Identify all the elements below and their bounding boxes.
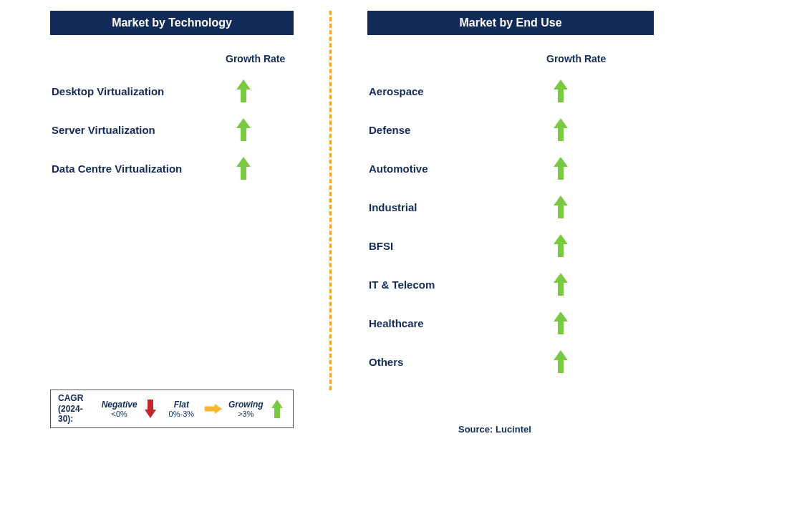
row-label: Others [367, 356, 532, 368]
arrow-up-icon [532, 271, 589, 297]
arrow-up-icon [532, 310, 589, 336]
arrow-up-icon [532, 117, 589, 142]
technology-header: Market by Technology [50, 11, 294, 35]
legend-growing-sub: >3% [238, 410, 253, 418]
legend-cagr-line1: CAGR [58, 393, 83, 403]
arrow-down-icon [142, 398, 160, 420]
row-label: Defense [367, 124, 532, 136]
legend-negative-segment: Negative <0% [102, 400, 137, 418]
table-row: Others [367, 342, 654, 381]
legend-cagr-line2: (2024-30): [58, 404, 83, 424]
source-label: Source: Lucintel [458, 424, 531, 435]
row-label: Data Centre Virtualization [50, 163, 215, 175]
row-label: Healthcare [367, 317, 532, 329]
arrow-up-icon [268, 398, 286, 420]
table-row: BFSI [367, 226, 654, 265]
legend-growing-title: Growing [228, 400, 264, 410]
legend-flat-sub: 0%-3% [169, 410, 194, 418]
arrow-up-icon [215, 155, 272, 181]
legend-flat-title: Flat [174, 400, 189, 410]
row-label: BFSI [367, 240, 532, 252]
chart-container: Market by Technology Growth Rate Desktop… [50, 11, 742, 390]
column-divider [329, 11, 332, 390]
arrow-up-icon [532, 194, 589, 220]
arrow-up-icon [532, 155, 589, 181]
arrow-up-icon [532, 349, 589, 374]
enduse-header: Market by End Use [367, 11, 654, 35]
row-label: Industrial [367, 201, 532, 213]
legend-growing-segment: Growing >3% [228, 400, 264, 418]
legend-negative-title: Negative [102, 400, 137, 410]
technology-column: Market by Technology Growth Rate Desktop… [50, 11, 294, 390]
arrow-right-icon [203, 402, 223, 416]
legend-flat-segment: Flat 0%-3% [163, 400, 199, 418]
arrow-up-icon [215, 78, 272, 104]
arrow-up-icon [532, 233, 589, 258]
table-row: Healthcare [367, 304, 654, 342]
legend-cagr-label: CAGR (2024-30): [58, 393, 97, 424]
arrow-up-icon [532, 78, 589, 104]
growth-rate-header-left: Growth Rate [226, 53, 294, 64]
enduse-column: Market by End Use Growth Rate Aerospace … [367, 11, 654, 390]
table-row: Desktop Virtualization [50, 72, 294, 110]
table-row: Industrial [367, 188, 654, 226]
row-label: Desktop Virtualization [50, 85, 215, 97]
enduse-rows: Aerospace Defense Automotive Industrial [367, 72, 654, 381]
table-row: Aerospace [367, 72, 654, 110]
row-label: Automotive [367, 163, 532, 175]
row-label: IT & Telecom [367, 279, 532, 291]
technology-rows: Desktop Virtualization Server Virtualiza… [50, 72, 294, 188]
arrow-up-icon [215, 117, 272, 142]
legend-box: CAGR (2024-30): Negative <0% Flat 0%-3% … [50, 390, 294, 428]
table-row: Defense [367, 110, 654, 149]
legend-negative-sub: <0% [111, 410, 127, 418]
growth-rate-header-right: Growth Rate [546, 53, 654, 64]
row-label: Aerospace [367, 85, 532, 97]
table-row: Data Centre Virtualization [50, 149, 294, 188]
row-label: Server Virtualization [50, 124, 215, 136]
table-row: Automotive [367, 149, 654, 188]
table-row: Server Virtualization [50, 110, 294, 149]
table-row: IT & Telecom [367, 265, 654, 304]
